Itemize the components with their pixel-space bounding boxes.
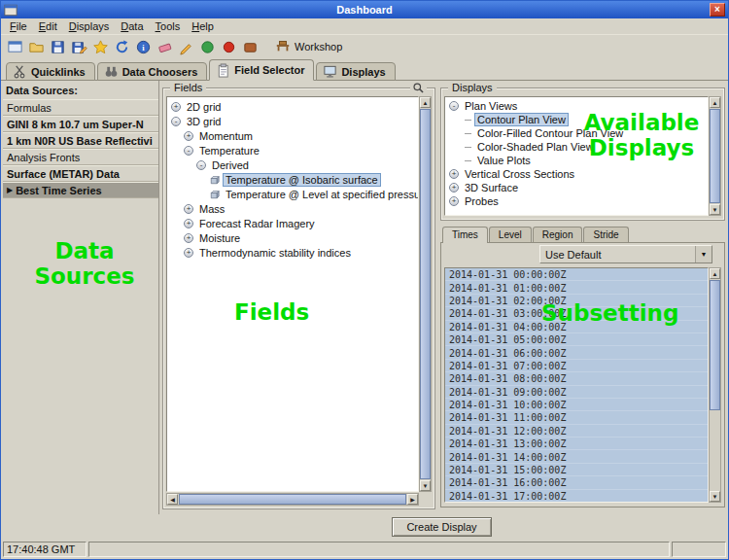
chevron-down-icon[interactable]: ▼ <box>695 246 712 262</box>
tree-label[interactable]: Color-Shaded Plan View <box>475 141 596 153</box>
time-list-item[interactable]: 2014-01-31 05:00:00Z <box>445 333 708 346</box>
time-list-item[interactable]: 2014-01-31 03:00:00Z <box>445 307 708 320</box>
time-list-item[interactable]: 2014-01-31 15:00:00Z <box>445 464 708 476</box>
menu-tools[interactable]: Tools <box>150 19 187 33</box>
time-list-item[interactable]: 2014-01-31 01:00:00Z <box>445 281 708 294</box>
tree-collapse-icon[interactable]: - <box>184 146 193 156</box>
save-icon[interactable] <box>48 37 68 56</box>
tree-item[interactable]: +Forecast Radar Imagery <box>167 216 418 230</box>
play-icon[interactable] <box>197 37 218 56</box>
favorites-star-icon[interactable] <box>90 37 111 56</box>
subset-tab-stride[interactable]: Stride <box>583 227 628 242</box>
reload-icon[interactable] <box>112 37 132 56</box>
support-icon[interactable] <box>240 37 260 56</box>
record-icon[interactable] <box>219 37 239 56</box>
tree-expand-icon[interactable]: + <box>449 196 459 206</box>
scrollbar-thumb[interactable] <box>420 109 431 479</box>
save-as-icon[interactable] <box>69 37 89 56</box>
tree-expand-icon[interactable]: + <box>449 183 459 192</box>
scrollbar-thumb[interactable] <box>710 109 720 203</box>
tree-label[interactable]: 3D grid <box>185 116 223 127</box>
tree-label[interactable]: Color-Filled Contour Plan View <box>475 127 625 139</box>
tree-label[interactable]: 2D grid <box>185 101 223 113</box>
time-list-item[interactable]: 2014-01-31 10:00:00Z <box>445 399 708 411</box>
tree-label[interactable]: Probes <box>463 195 501 207</box>
tree-label[interactable]: Mass <box>197 203 226 215</box>
scrollbar-thumb[interactable] <box>179 494 406 505</box>
tree-label[interactable]: Value Plots <box>475 155 533 166</box>
tree-item[interactable]: Temperature @ Isobaric surface <box>167 172 418 187</box>
tree-item[interactable]: +Vertical Cross Sections <box>445 167 708 181</box>
subset-tab-level[interactable]: Level <box>489 227 532 242</box>
fields-horizontal-scrollbar[interactable]: ◀ ▶ <box>166 493 419 506</box>
tab-displays[interactable]: Displays <box>316 62 395 81</box>
tree-item[interactable]: Color-Shaded Plan View <box>445 140 708 154</box>
times-mode-dropdown[interactable]: Use Default ▼ <box>539 245 712 263</box>
tree-expand-icon[interactable]: + <box>184 233 193 243</box>
time-list-item[interactable]: 2014-01-31 06:00:00Z <box>445 346 708 359</box>
scroll-left-icon[interactable]: ◀ <box>167 494 178 505</box>
menu-displays[interactable]: Displays <box>63 19 116 33</box>
tree-item[interactable]: Temperature @ Level at specified pressur… <box>167 187 418 201</box>
time-list-item[interactable]: 2014-01-31 07:00:00Z <box>445 360 708 372</box>
tree-label[interactable]: Plan Views <box>463 100 519 112</box>
tree-item[interactable]: +3D Surface <box>445 181 708 194</box>
scroll-up-icon[interactable]: ▲ <box>710 97 720 108</box>
menu-edit[interactable]: Edit <box>33 19 63 33</box>
tree-item[interactable]: -Temperature <box>167 143 418 158</box>
tree-item[interactable]: +Mass <box>167 201 418 216</box>
eraser-icon[interactable] <box>155 37 175 56</box>
tab-data-choosers[interactable]: Data Choosers <box>97 62 208 81</box>
data-source-item[interactable]: Surface (METAR) Data <box>3 165 158 182</box>
tree-expand-icon[interactable]: + <box>184 131 193 141</box>
tree-collapse-icon[interactable]: - <box>196 160 206 170</box>
time-list-item[interactable]: 2014-01-31 12:00:00Z <box>445 425 708 438</box>
time-list-item[interactable]: 2014-01-31 08:00:00Z <box>445 372 708 385</box>
time-list-item[interactable]: 2014-01-31 14:00:00Z <box>445 450 708 463</box>
tree-label[interactable]: Contour Plan View <box>475 114 568 125</box>
data-source-item[interactable]: 1 km N0R US Base Reflectivi <box>3 132 158 149</box>
subset-tab-times[interactable]: Times <box>442 227 488 243</box>
time-list-item[interactable]: 2014-01-31 02:00:00Z <box>445 295 708 307</box>
tree-label[interactable]: Temperature <box>197 145 261 157</box>
data-source-item[interactable]: GINI 8 km 10.7 um Super-N <box>3 116 158 132</box>
time-list-item[interactable]: 2014-01-31 04:00:00Z <box>445 321 708 333</box>
tree-item[interactable]: +Probes <box>445 194 708 208</box>
dashboard-icon[interactable] <box>5 37 25 56</box>
time-list-item[interactable]: 2014-01-31 17:00:00Z <box>445 490 708 503</box>
tree-item[interactable]: +2D grid <box>167 99 418 114</box>
scroll-right-icon[interactable]: ▶ <box>407 494 418 505</box>
pencil-icon[interactable] <box>176 37 196 56</box>
displays-vertical-scrollbar[interactable]: ▲ ▼ <box>709 96 721 216</box>
open-folder-icon[interactable] <box>26 37 47 56</box>
time-list-item[interactable]: 2014-01-31 11:00:00Z <box>445 411 708 424</box>
search-icon[interactable] <box>410 82 427 94</box>
tree-expand-icon[interactable]: + <box>184 248 193 258</box>
subset-tab-region[interactable]: Region <box>533 227 583 242</box>
scroll-down-icon[interactable]: ▼ <box>710 204 720 215</box>
tree-item[interactable]: +Momentum <box>167 128 418 143</box>
menu-help[interactable]: Help <box>186 19 220 33</box>
time-list-item[interactable]: 2014-01-31 13:00:00Z <box>445 438 708 450</box>
tree-expand-icon[interactable]: + <box>171 102 181 112</box>
info-icon[interactable]: i <box>133 37 154 56</box>
tree-item[interactable]: +Moisture <box>167 230 418 245</box>
data-source-item[interactable]: Analysis Fronts <box>3 149 158 165</box>
tree-item[interactable]: +Thermodynamic stability indices <box>167 245 418 260</box>
tree-item[interactable]: Contour Plan View <box>445 113 708 126</box>
tree-item[interactable]: -Plan Views <box>445 99 708 113</box>
tree-item[interactable]: Color-Filled Contour Plan View <box>445 126 708 140</box>
time-list-item[interactable]: 2014-01-31 09:00:00Z <box>445 386 708 399</box>
menu-file[interactable]: File <box>4 19 33 33</box>
tree-label[interactable]: Temperature @ Level at specified pressur… <box>224 189 419 200</box>
tree-expand-icon[interactable]: + <box>184 219 193 228</box>
fields-vertical-scrollbar[interactable]: ▲ ▼ <box>419 96 432 492</box>
close-button[interactable]: × <box>710 3 725 17</box>
tab-field-selector[interactable]: Field Selector <box>209 59 314 81</box>
tree-label[interactable]: Thermodynamic stability indices <box>197 247 353 259</box>
time-list-item[interactable]: 2014-01-31 00:00:00Z <box>445 268 708 281</box>
tree-label[interactable]: Vertical Cross Sections <box>463 168 576 180</box>
tree-label[interactable]: Momentum <box>197 130 255 142</box>
scroll-down-icon[interactable]: ▼ <box>710 491 720 502</box>
time-list-item[interactable]: 2014-01-31 16:00:00Z <box>445 476 708 489</box>
